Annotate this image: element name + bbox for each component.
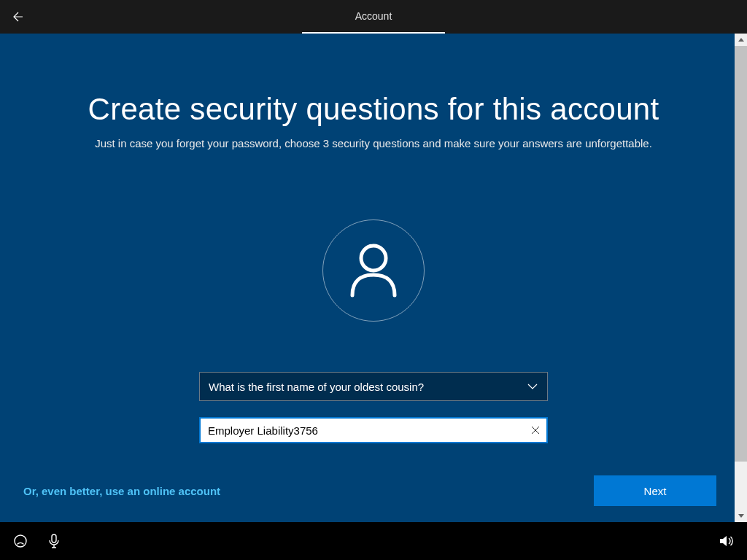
select-value: What is the first name of your oldest co… [209, 381, 424, 393]
close-icon [530, 425, 541, 435]
back-button[interactable] [0, 0, 34, 34]
chevron-down-icon [527, 381, 538, 392]
scrollbar[interactable] [735, 34, 747, 522]
next-button[interactable]: Next [594, 475, 716, 506]
taskbar-left [13, 534, 60, 548]
page-title: Create security questions for this accou… [0, 92, 747, 127]
security-answer-input[interactable] [199, 417, 548, 443]
clear-input-button[interactable] [530, 425, 541, 435]
footer-row: Or, even better, use an online account N… [23, 475, 716, 506]
answer-input-wrapper [199, 417, 548, 443]
titlebar: Account [0, 0, 747, 34]
svg-point-1 [15, 535, 26, 547]
scroll-down-arrow-icon[interactable] [735, 510, 747, 522]
main-content: Create security questions for this accou… [0, 34, 747, 522]
content-wrapper: Create security questions for this accou… [0, 34, 747, 443]
ease-of-access-icon [13, 534, 28, 548]
svg-point-0 [361, 246, 386, 271]
avatar [322, 219, 425, 322]
security-question-form: What is the first name of your oldest co… [199, 372, 548, 443]
page-subtitle: Just in case you forget your password, c… [0, 137, 747, 149]
volume-icon [719, 534, 734, 548]
back-arrow-icon [9, 9, 24, 24]
microphone-icon [48, 534, 60, 548]
tab-account[interactable]: Account [355, 10, 392, 22]
use-online-account-link[interactable]: Or, even better, use an online account [23, 485, 220, 497]
security-question-select[interactable]: What is the first name of your oldest co… [199, 372, 548, 401]
scroll-thumb[interactable] [735, 46, 747, 462]
input-method-button[interactable] [48, 534, 60, 548]
taskbar [0, 522, 747, 560]
volume-button[interactable] [719, 534, 734, 548]
ease-of-access-button[interactable] [13, 534, 28, 548]
scroll-up-arrow-icon[interactable] [735, 34, 747, 46]
svg-rect-2 [52, 534, 56, 542]
user-icon [348, 243, 399, 298]
